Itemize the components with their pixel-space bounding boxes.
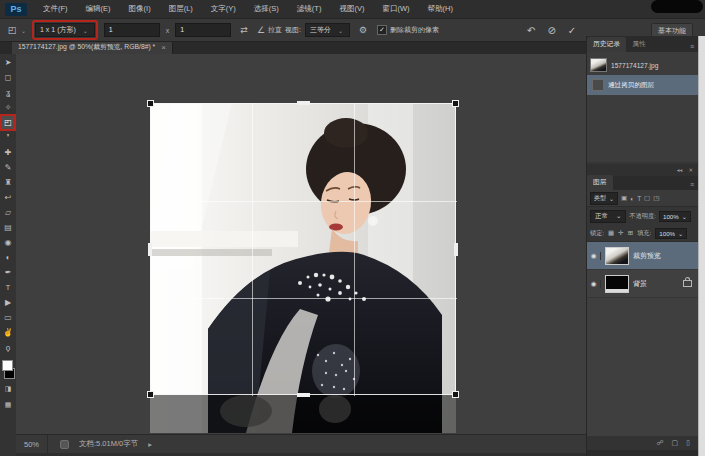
layers-panel-menu-icon[interactable]: ≡	[686, 181, 698, 190]
layer-thumbnail[interactable]	[605, 275, 629, 293]
layer-row-background[interactable]: ◉ 背景	[587, 270, 698, 298]
collapse-panels-icon[interactable]: ◂◂	[677, 167, 683, 173]
delete-cropped-pixels-checkbox[interactable]: ✓	[377, 25, 387, 35]
crop-handle-bottom-right[interactable]	[452, 391, 459, 398]
crop-width-input[interactable]: 1	[104, 23, 160, 37]
menu-help[interactable]: 帮助(H)	[419, 4, 462, 14]
photo-document[interactable]	[150, 103, 456, 433]
layer-row-crop-preview[interactable]: ◉ 裁剪预览	[587, 242, 698, 270]
tab-layers[interactable]: 图层	[587, 175, 613, 190]
ratio-times-label: x	[166, 27, 170, 34]
quick-mask-button[interactable]: ◨	[1, 382, 15, 395]
link-layers-icon[interactable]: ☍	[656, 439, 663, 447]
crop-handle-left[interactable]	[148, 243, 152, 256]
crop-overlay-dropdown[interactable]: 三等分 ⌄	[305, 23, 350, 37]
crop-preset-dropdown[interactable]: 1 x 1 (方形) ⌄	[35, 23, 95, 37]
history-brush-tool-button[interactable]: ↩	[1, 190, 15, 205]
crop-handle-top-right[interactable]	[452, 100, 459, 107]
panel-menu-icon[interactable]: ≡	[686, 43, 698, 52]
history-step-layer-via-copy[interactable]: 通过拷贝的图层	[587, 75, 698, 95]
straighten-button[interactable]: 拉直	[268, 25, 282, 35]
photoshop-window: Ps 文件(F) 编辑(E) 图像(I) 图层(L) 文字(Y) 选择(S) 滤…	[0, 0, 705, 456]
marquee-tool-button[interactable]: ◻	[1, 70, 15, 85]
lock-all-icon[interactable]: ⊞	[628, 229, 633, 237]
crop-handle-bottom[interactable]	[297, 393, 310, 397]
ps-logo: Ps	[5, 3, 27, 16]
status-flyout-icon[interactable]: ▸	[148, 440, 152, 449]
menu-type[interactable]: 文字(Y)	[202, 4, 245, 14]
healing-brush-tool-button[interactable]: ✚	[1, 145, 15, 160]
canvas-area[interactable]	[16, 54, 586, 434]
type-tool-button[interactable]: T	[1, 280, 15, 295]
document-tab-bar: 1577174127.jpg @ 50%(裁剪预览, RGB/8#) * ×	[0, 40, 586, 54]
delete-layer-icon[interactable]: ▯	[686, 439, 690, 447]
cancel-crop-icon[interactable]: ⊘	[547, 25, 555, 36]
chevron-down-icon: ⌄	[338, 27, 343, 34]
opacity-dropdown[interactable]: 100% ⌄	[659, 211, 691, 222]
menu-view[interactable]: 视图(V)	[330, 4, 373, 14]
lock-position-icon[interactable]: ✛	[618, 229, 623, 237]
tools-panel: ➤ ◻ ʓ ✧ ◰ ❜ ✚ ✎ ♜ ↩ ▱ ▤ ◉ ◐ ✒ T ▶ ▭ ✌ ϙ …	[0, 54, 16, 456]
eyedropper-tool-button[interactable]: ❜	[1, 130, 15, 145]
menu-window[interactable]: 窗口(W)	[373, 4, 418, 14]
layers-panel-empty-area	[587, 298, 698, 436]
history-step-open[interactable]: 1577174127.jpg	[587, 55, 698, 75]
move-tool-button[interactable]: ➤	[1, 55, 15, 70]
menu-file[interactable]: 文件(F)	[34, 4, 77, 14]
filter-type-layers-icon[interactable]: T	[637, 195, 641, 202]
swap-dimensions-icon[interactable]: ⇄	[240, 25, 248, 35]
filter-pixel-layers-icon[interactable]: ▣	[621, 194, 627, 202]
eraser-tool-button[interactable]: ▱	[1, 205, 15, 220]
filter-smart-objects-icon[interactable]: ◳	[653, 194, 659, 202]
zoom-level-field[interactable]: 50%	[16, 435, 48, 453]
menu-filter[interactable]: 滤镜(T)	[288, 4, 331, 14]
crop-preset-value: 1 x 1 (方形)	[40, 25, 76, 35]
gear-icon[interactable]: ⚙	[359, 25, 367, 35]
menu-image[interactable]: 图像(I)	[120, 4, 160, 14]
screen-mode-button[interactable]: ▦	[1, 398, 15, 411]
close-tab-icon[interactable]: ×	[161, 43, 166, 52]
reset-crop-icon[interactable]: ↶	[527, 25, 535, 36]
pen-tool-button[interactable]: ✒	[1, 265, 15, 280]
crop-handle-bottom-left[interactable]	[147, 391, 154, 398]
history-panel-body: 1577174127.jpg 通过拷贝的图层	[587, 52, 698, 162]
path-selection-tool-button[interactable]: ▶	[1, 295, 15, 310]
tab-properties[interactable]: 属性	[626, 37, 652, 52]
fill-dropdown[interactable]: 100% ⌄	[655, 228, 687, 239]
brush-tool-button[interactable]: ✎	[1, 160, 15, 175]
lock-transparent-pixels-icon[interactable]: ▦	[608, 229, 614, 237]
filter-shape-layers-icon[interactable]: ▢	[644, 194, 650, 202]
crop-handle-top[interactable]	[297, 101, 310, 105]
gradient-tool-button[interactable]: ▤	[1, 220, 15, 235]
new-group-icon[interactable]: ▢	[672, 439, 679, 447]
commit-crop-icon[interactable]: ✓	[568, 25, 576, 36]
crop-height-input[interactable]: 1	[175, 23, 231, 37]
layer-filter-type-dropdown[interactable]: 类型 ⌄	[590, 192, 618, 205]
menu-edit[interactable]: 编辑(E)	[77, 4, 120, 14]
foreground-color-swatch[interactable]	[2, 360, 13, 371]
crop-handle-top-left[interactable]	[147, 100, 154, 107]
zoom-tool-button[interactable]: ϙ	[1, 340, 15, 355]
lasso-tool-button[interactable]: ʓ	[1, 85, 15, 100]
quick-selection-tool-button[interactable]: ✧	[1, 100, 15, 115]
tab-history[interactable]: 历史记录	[587, 37, 626, 52]
crop-handle-right[interactable]	[454, 243, 458, 256]
shape-tool-button[interactable]: ▭	[1, 310, 15, 325]
dodge-tool-button[interactable]: ◐	[1, 250, 15, 265]
menu-layer[interactable]: 图层(L)	[160, 4, 202, 14]
blur-tool-button[interactable]: ◉	[1, 235, 15, 250]
filter-adjustment-layers-icon[interactable]: ◐	[630, 195, 634, 202]
eye-icon[interactable]: ◉	[587, 280, 601, 288]
document-tab[interactable]: 1577174127.jpg @ 50%(裁剪预览, RGB/8#) * ×	[12, 40, 173, 54]
menu-select[interactable]: 选择(S)	[245, 4, 288, 14]
eye-icon[interactable]: ◉	[587, 252, 601, 260]
layer-thumbnail[interactable]	[605, 247, 629, 265]
crop-tool-button[interactable]: ◰	[1, 115, 15, 130]
close-panel-icon[interactable]: ✕	[688, 167, 693, 173]
history-panel-header: 历史记录 属性 ≡	[587, 36, 698, 52]
blend-mode-dropdown[interactable]: 正常 ⌄	[590, 210, 626, 223]
clone-stamp-tool-button[interactable]: ♜	[1, 175, 15, 190]
straighten-icon[interactable]: ∠	[257, 25, 265, 35]
hand-tool-button[interactable]: ✌	[1, 325, 15, 340]
crop-bounding-box[interactable]	[150, 103, 456, 395]
